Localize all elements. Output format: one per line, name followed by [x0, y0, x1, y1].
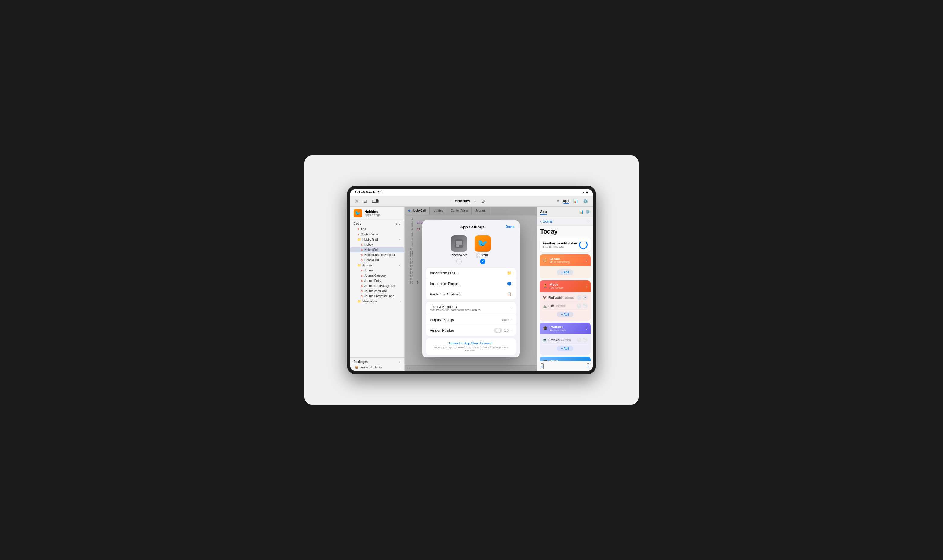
- activity-header-create[interactable]: 🎨 Create Make something ∨: [539, 254, 590, 266]
- practice-body: 💻 Develop 30 mins − +: [539, 334, 590, 355]
- hike-minus[interactable]: −: [576, 303, 581, 308]
- packages-label: Packages: [354, 360, 368, 363]
- layout-button[interactable]: ⊟: [362, 198, 368, 204]
- paste-clipboard-icon: 📋: [507, 292, 512, 296]
- file-item-hobbydurationstepper[interactable]: S HobbyDurationStepper: [350, 252, 404, 257]
- develop-minus[interactable]: −: [576, 337, 581, 342]
- develop-name: Develop: [549, 338, 559, 342]
- team-bundle-sublabel: Matt Patenaude, com.naturelabs.Hobbies: [430, 309, 481, 312]
- create-name: Create: [550, 257, 570, 260]
- chart-button[interactable]: 📊: [572, 198, 579, 204]
- move-left: 🏃 Move Get outside: [542, 283, 564, 289]
- code-section-header: Code ⊕ ∨: [350, 220, 404, 226]
- project-subtitle: App Settings: [365, 214, 380, 217]
- paste-clipboard-label: Paste from Clipboard: [430, 292, 461, 296]
- birdwatch-name: Bird Watch: [549, 296, 563, 300]
- practice-add-row: + Add: [542, 344, 587, 353]
- version-number-row[interactable]: Version Number 1.0 ›: [426, 325, 516, 336]
- swift-icon-journalprogresscircle: S: [361, 295, 363, 298]
- close-button[interactable]: ✕: [354, 198, 360, 204]
- birdwatch-plus[interactable]: +: [583, 295, 587, 300]
- file-item-app[interactable]: S App: [350, 226, 404, 232]
- package-label-swift-collections: swift-collections: [360, 366, 382, 369]
- modal-done-button[interactable]: Done: [505, 225, 515, 229]
- hike-plus[interactable]: +: [583, 303, 587, 308]
- packages-section: Packages ∨ 📦 swift-collections ›: [350, 357, 404, 371]
- move-name: Move: [550, 283, 564, 286]
- version-number-right: 1.0 ›: [494, 328, 512, 333]
- activity-header-practice[interactable]: 🎓 Practice Improve skills ∨: [539, 323, 590, 334]
- favorite-button[interactable]: ♡: [587, 219, 590, 223]
- file-item-journal[interactable]: S Journal: [350, 268, 404, 273]
- relax-name: Relax: [550, 359, 561, 361]
- file-item-journalprogresscircle[interactable]: S JournalProgressCircle: [350, 294, 404, 299]
- file-item-hobby[interactable]: S Hobby: [350, 242, 404, 247]
- file-item-hobbygrid[interactable]: S HobbyGrid: [350, 257, 404, 263]
- file-item-journal-folder[interactable]: 📁 Journal ∨: [350, 263, 404, 268]
- journal-content: Today Another beautiful day 1 hr, 15 min…: [537, 226, 593, 361]
- project-header: 🐦 Hobbies App Settings: [350, 206, 404, 220]
- preview-icons: 📊 ⚙️: [579, 210, 590, 214]
- preview-settings-button[interactable]: ⚙️: [586, 210, 590, 214]
- preview-chart-button[interactable]: 📊: [579, 210, 584, 214]
- xcode-header-center: ··· Hobbies + ⊕: [384, 198, 552, 204]
- device-picker[interactable]: ⊕: [480, 198, 486, 204]
- icon-option-placeholder[interactable]: Placeholder: [451, 235, 467, 264]
- purpose-strings-row[interactable]: Purpose Strings None ›: [426, 315, 516, 325]
- practice-add-button[interactable]: + Add: [557, 346, 573, 351]
- settings-button[interactable]: ⚙️: [582, 198, 589, 204]
- file-item-journalentry[interactable]: S JournalEntry: [350, 278, 404, 283]
- birdwatch-minus[interactable]: −: [576, 295, 581, 300]
- file-label-journal: Journal: [364, 269, 374, 272]
- prev-arrow-button[interactable]: ‹: [541, 363, 544, 369]
- file-item-navigation-folder[interactable]: 📁 Navigation ›: [350, 299, 404, 304]
- battery-icon: ▮▮: [586, 191, 588, 194]
- develop-plus[interactable]: +: [583, 337, 587, 342]
- file-item-contentview[interactable]: S ContentView: [350, 232, 404, 237]
- file-label-hobby: Hobby: [364, 243, 373, 246]
- paste-clipboard-row[interactable]: Paste from Clipboard 📋: [426, 289, 516, 300]
- ipad-screen: 9:41 AM Mon Jun 7th ▲ ▮▮ ✕ ⊟ Edit ··· Ho…: [350, 189, 593, 371]
- file-item-hobby-grid-folder[interactable]: 📁 Hobby Grid ∨: [350, 237, 404, 242]
- activity-card-move: 🏃 Move Get outside ∨: [539, 280, 590, 321]
- next-arrow-button[interactable]: ›: [587, 363, 589, 369]
- preview-tab-app[interactable]: App: [563, 198, 569, 204]
- icon-selector: Placeholder 🐦 Custom: [422, 232, 519, 268]
- upload-link[interactable]: Upload to App Store Connect: [430, 342, 512, 345]
- team-bundle-row[interactable]: Team & Bundle ID Matt Patenaude, com.nat…: [426, 302, 516, 315]
- activity-header-move[interactable]: 🏃 Move Get outside ∨: [539, 280, 590, 292]
- move-add-button[interactable]: + Add: [557, 312, 573, 317]
- icon-option-custom[interactable]: 🐦 Custom: [475, 235, 491, 264]
- project-name-block: Hobbies App Settings: [365, 210, 380, 217]
- create-add-button[interactable]: + Add: [557, 269, 573, 275]
- folder-icon-journal: 📁: [357, 264, 361, 267]
- version-number-label: Version Number: [430, 329, 454, 332]
- packages-chevron: ∨: [399, 360, 401, 363]
- file-item-hobbycell[interactable]: S HobbyCell: [350, 247, 404, 252]
- edit-button[interactable]: Edit: [371, 198, 381, 204]
- file-item-journalcategory[interactable]: S JournalCategory: [350, 273, 404, 278]
- import-files-row[interactable]: Import from Files... 📁: [426, 268, 516, 278]
- birdwatch-time: 15 mins: [565, 296, 575, 299]
- chevron-hobby-grid: ∨: [399, 238, 401, 241]
- file-item-journalitemcard[interactable]: S JournalItemCard: [350, 289, 404, 294]
- cursor-button[interactable]: ⌖: [556, 198, 561, 204]
- practice-text: Practice Improve skills: [550, 325, 566, 332]
- placeholder-radio[interactable]: [456, 259, 462, 264]
- app-settings-dialog: App Settings Done: [422, 220, 519, 357]
- version-toggle[interactable]: [494, 328, 502, 333]
- folder-icon-hobby-grid: 📁: [357, 238, 361, 241]
- file-label-journalitemcard: JournalItemCard: [364, 289, 387, 293]
- custom-radio[interactable]: [480, 259, 485, 264]
- import-photos-row[interactable]: Import from Photos... 🔵: [426, 278, 516, 289]
- main-content: 🐦 Hobbies App Settings Code ⊕ ∨: [350, 206, 593, 371]
- swift-icon-hobby: S: [361, 243, 363, 246]
- add-button[interactable]: +: [473, 198, 478, 204]
- preview-tab-app[interactable]: App: [540, 209, 547, 215]
- package-swift-collections[interactable]: 📦 swift-collections ›: [350, 365, 404, 370]
- modal-overlay[interactable]: App Settings Done: [405, 206, 537, 371]
- activity-header-relax[interactable]: 🖥️ Relax Zone out ∨: [539, 357, 590, 361]
- file-item-journalitembackground[interactable]: S JournalItemBackground: [350, 283, 404, 289]
- status-bar: 9:41 AM Mon Jun 7th ▲ ▮▮: [350, 189, 593, 195]
- back-label[interactable]: Journal: [542, 220, 553, 223]
